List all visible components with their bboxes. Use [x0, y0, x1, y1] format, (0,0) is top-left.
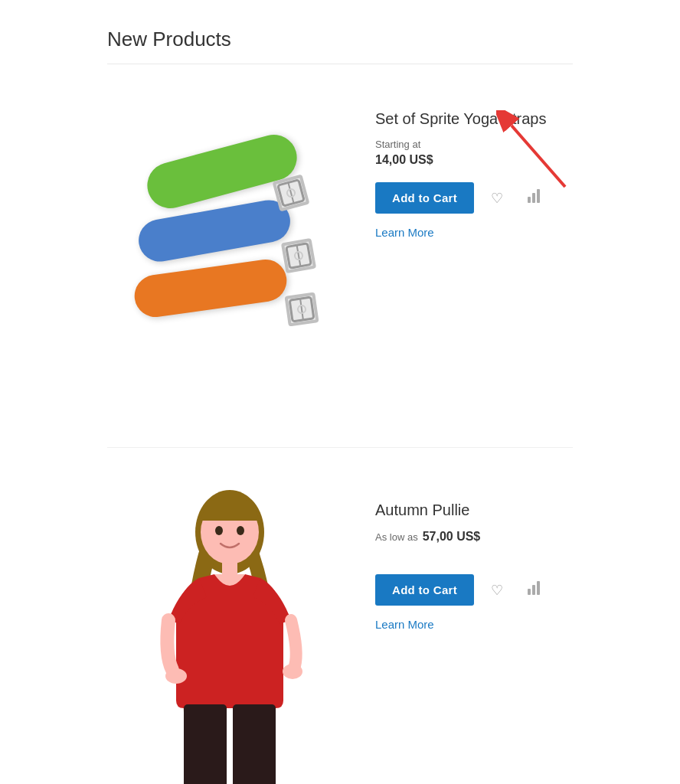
price-label: Starting at [375, 139, 573, 150]
add-to-cart-button[interactable]: Add to Cart [375, 182, 474, 214]
wishlist-button[interactable]: ♡ [483, 577, 511, 604]
svg-rect-16 [184, 704, 227, 784]
svg-line-4 [297, 245, 301, 266]
buckle-2 [281, 238, 316, 273]
svg-point-19 [283, 664, 302, 679]
compare-button[interactable] [520, 185, 548, 212]
heart-icon: ♡ [491, 190, 503, 207]
product-item: Autumn Pullie As low as 57,00 US$ Add to… [107, 486, 573, 784]
product-image-col [107, 95, 352, 401]
compare-button[interactable] [520, 577, 548, 604]
product-image-yoga-straps [130, 133, 329, 363]
learn-more-link[interactable]: Learn More [375, 618, 434, 631]
svg-line-7 [300, 299, 303, 320]
svg-point-18 [165, 668, 187, 684]
product-divider [107, 447, 573, 448]
learn-more-link[interactable]: Learn More [375, 226, 434, 239]
product-name: Set of Sprite Yoga Straps [375, 110, 573, 128]
svg-rect-17 [233, 704, 276, 784]
actions-row: Add to Cart ♡ [375, 574, 573, 606]
product-image-col [107, 486, 352, 784]
price-label: As low as [375, 531, 418, 543]
product-info-col: Set of Sprite Yoga Straps Starting at 14… [352, 95, 573, 240]
heart-icon: ♡ [491, 582, 503, 599]
strap-orange [132, 256, 289, 319]
strap-blue [136, 197, 294, 265]
svg-line-1 [288, 182, 293, 203]
actions-row: Add to Cart ♡ [375, 182, 573, 214]
product-info-col: Autumn Pullie As low as 57,00 US$ Add to… [352, 486, 573, 632]
price-value: 14,00 US$ [375, 153, 573, 167]
wishlist-button[interactable]: ♡ [483, 185, 511, 212]
compare-icon [528, 581, 540, 599]
page-wrapper: New Products [0, 0, 680, 784]
product-item: Set of Sprite Yoga Straps Starting at 14… [107, 95, 573, 401]
product-name: Autumn Pullie [375, 501, 573, 519]
buckle-3 [284, 292, 319, 326]
svg-point-14 [215, 526, 223, 535]
product-image-autumn-pullie [138, 486, 322, 784]
price-value: 57,00 US$ [423, 530, 481, 544]
add-to-cart-button[interactable]: Add to Cart [375, 574, 474, 606]
compare-icon [528, 189, 540, 207]
svg-point-15 [237, 526, 244, 535]
section-title: New Products [107, 28, 573, 64]
